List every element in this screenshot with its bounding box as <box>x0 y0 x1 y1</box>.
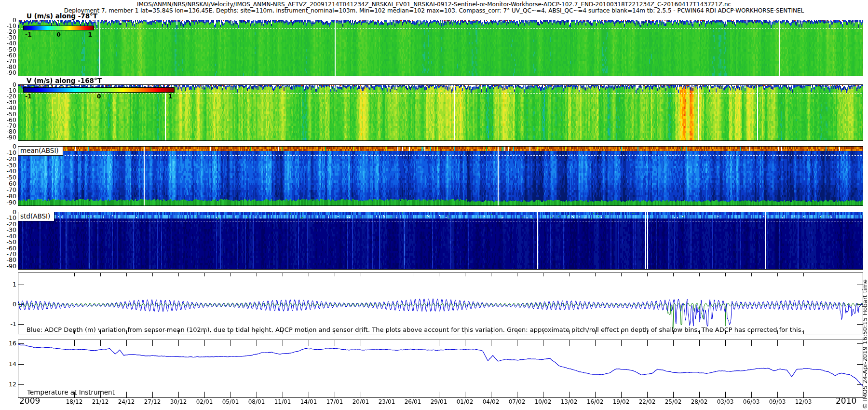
jet-colorbar-gradient <box>23 26 94 30</box>
y-tick-label: 0 <box>0 301 16 308</box>
u-colorbar: -1 0 1 <box>23 26 94 42</box>
depth-variation-caption: Blue: ADCP Depth (m) variation from sens… <box>27 326 803 333</box>
date-tick-label: 16/02 <box>582 398 608 405</box>
depth-tick-label: -90 <box>0 263 16 270</box>
date-tick-label: 08/01 <box>244 398 270 405</box>
depth-tick-label: -90 <box>0 69 16 76</box>
date-tick-label: 13/02 <box>556 398 582 405</box>
colorbar-max-label: 1 <box>88 31 92 38</box>
file-title: IMOS/ANMN/NRS/NRSKAI/Velocity/IMOS_ANMN-… <box>4 1 864 8</box>
jet-colorbar-gradient <box>23 87 175 93</box>
date-tick-label: 14/01 <box>296 398 322 405</box>
depth-tick-label: -90 <box>0 199 16 206</box>
temperature-lineplot <box>18 340 863 397</box>
date-tick-label: 10/02 <box>530 398 556 405</box>
v-panel-label: V (m/s) along -168°T <box>27 77 102 84</box>
std-absi-label: std(ABSI) <box>18 212 54 221</box>
y-tick-label: 14 <box>0 361 16 368</box>
date-tick-label: 04/02 <box>478 398 504 405</box>
mean-absi-label: mean(ABSI) <box>18 146 63 156</box>
date-tick-label: 30/12 <box>165 398 191 405</box>
date-tick-label: 18/12 <box>61 398 87 405</box>
u-velocity-panel: -1 0 1 <box>18 20 863 76</box>
depth-variation-panel: Blue: ADCP Depth (m) variation from sens… <box>18 273 863 334</box>
temperature-panel: Temperature at Instrument <box>18 340 863 398</box>
y-tick-label: 12 <box>0 381 16 388</box>
colorbar-max-label: 1 <box>168 93 173 100</box>
date-tick-label: 17/01 <box>322 398 348 405</box>
date-tick-label: 23/01 <box>374 398 400 405</box>
date-tick-label: 25/02 <box>660 398 686 405</box>
date-tick-label: 24/12 <box>113 398 139 405</box>
depth-tick-label: -90 <box>0 134 16 141</box>
date-tick-label: 26/01 <box>400 398 426 405</box>
depth-variation-lineplot <box>18 273 863 334</box>
date-tick-label: 12/03 <box>790 398 816 405</box>
date-tick-label: 19/02 <box>608 398 634 405</box>
std-absi-panel: std(ABSI) <box>18 212 863 270</box>
u-panel-label: U (m/s) along -78°T <box>27 12 97 20</box>
y-tick-label: 16 <box>0 340 16 347</box>
date-tick-label: 02/01 <box>191 398 217 405</box>
adcp-qc-plot-page: IMOS/ANMN/NRS/NRSKAI/Velocity/IMOS_ANMN-… <box>0 0 868 410</box>
date-tick-label: 20/01 <box>348 398 374 405</box>
date-tick-label: 21/12 <box>87 398 113 405</box>
date-tick-label: 06/03 <box>738 398 764 405</box>
mean-absi-panel: mean(ABSI) <box>18 146 863 206</box>
colorbar-mid-label: 0 <box>23 31 94 38</box>
date-tick-label: 01/02 <box>452 398 478 405</box>
deployment-subtitle: Deployment 7, member 1 lat=35.84S lon=13… <box>4 7 864 14</box>
colorbar-mid-label: 0 <box>23 93 175 100</box>
v-velocity-panel: -1 0 1 <box>18 84 863 141</box>
imos-watermark: © IMOS 24-Apr-2019 16:50:15 Hobart time <box>861 279 868 409</box>
date-tick-label: 11/01 <box>270 398 296 405</box>
date-tick-label: 09/03 <box>764 398 790 405</box>
std-absi-heatmap <box>18 212 863 269</box>
u-velocity-heatmap <box>18 20 863 76</box>
date-tick-label: 27/12 <box>139 398 165 405</box>
date-tick-label: 07/02 <box>504 398 530 405</box>
temperature-label: Temperature at Instrument <box>27 388 115 396</box>
date-tick-label: 28/02 <box>686 398 712 405</box>
date-tick-label: 03/03 <box>712 398 738 405</box>
y-tick-label: -1 <box>0 321 16 328</box>
date-tick-label: 22/02 <box>634 398 660 405</box>
date-tick-label: 05/01 <box>217 398 244 405</box>
date-tick-label: 29/01 <box>426 398 452 405</box>
y-tick-label: 1 <box>0 281 16 288</box>
v-colorbar: -1 0 1 <box>23 87 175 104</box>
mean-absi-heatmap <box>18 147 863 205</box>
